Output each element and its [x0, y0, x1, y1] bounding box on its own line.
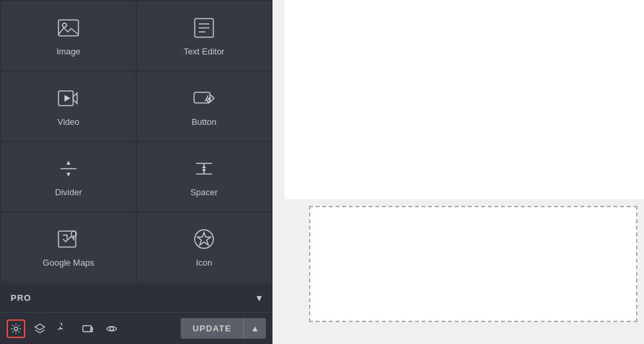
canvas-dashed-box — [309, 206, 637, 322]
widget-label-video: Video — [57, 117, 79, 127]
widget-item-image[interactable]: Image — [1, 1, 136, 70]
canvas-white-area — [284, 0, 644, 199]
svg-marker-24 — [35, 323, 45, 329]
widget-grid: Image Text Editor — [0, 0, 272, 283]
image-icon — [56, 16, 80, 40]
update-arrow-button[interactable]: ▲ — [243, 318, 266, 339]
widget-item-icon[interactable]: Icon — [137, 213, 271, 282]
right-panel: ❮ — [272, 0, 644, 344]
widget-item-spacer[interactable]: Spacer — [137, 142, 271, 211]
history-button[interactable] — [54, 319, 73, 338]
widget-label-text-editor: Text Editor — [183, 46, 224, 56]
svg-marker-7 — [73, 93, 77, 104]
button-icon — [192, 86, 216, 110]
svg-rect-0 — [58, 20, 78, 36]
icon-widget-icon — [192, 227, 216, 251]
canvas-area — [272, 0, 644, 344]
google-maps-icon — [56, 227, 80, 251]
text-editor-icon — [192, 16, 216, 40]
svg-marker-8 — [64, 95, 70, 102]
pro-section[interactable]: PRO ▾ — [0, 283, 272, 312]
settings-button[interactable] — [7, 319, 25, 338]
widget-item-button[interactable]: Button — [137, 72, 271, 141]
update-group: UPDATE ▲ — [181, 318, 266, 339]
svg-rect-25 — [83, 325, 92, 331]
widget-label-google-maps: Google Maps — [43, 258, 94, 268]
widget-item-text-editor[interactable]: Text Editor — [137, 1, 271, 70]
divider-icon — [56, 157, 80, 181]
widget-label-divider: Divider — [55, 187, 82, 197]
update-button[interactable]: UPDATE — [181, 318, 243, 339]
svg-marker-11 — [66, 161, 70, 165]
svg-point-27 — [110, 327, 113, 330]
svg-marker-12 — [66, 173, 70, 177]
widget-label-image: Image — [56, 46, 80, 56]
widget-item-divider[interactable]: Divider — [1, 142, 136, 211]
svg-point-1 — [62, 23, 66, 27]
video-icon — [56, 86, 80, 110]
widget-item-video[interactable]: Video — [1, 72, 136, 141]
pro-chevron-icon: ▾ — [257, 292, 262, 304]
widget-label-button: Button — [191, 117, 217, 127]
responsive-button[interactable] — [78, 319, 97, 338]
pro-label: PRO — [11, 293, 31, 303]
widget-label-icon: Icon — [196, 258, 213, 268]
svg-point-23 — [14, 327, 17, 330]
svg-marker-22 — [197, 232, 211, 245]
svg-marker-16 — [202, 165, 206, 168]
widget-item-google-maps[interactable]: Google Maps — [1, 213, 136, 282]
svg-marker-17 — [202, 169, 206, 172]
layers-button[interactable] — [31, 319, 49, 338]
spacer-icon — [192, 157, 216, 181]
left-panel: Image Text Editor — [0, 0, 272, 344]
widget-label-spacer: Spacer — [190, 187, 217, 197]
preview-button[interactable] — [102, 319, 121, 338]
bottom-toolbar: UPDATE ▲ — [0, 312, 272, 344]
